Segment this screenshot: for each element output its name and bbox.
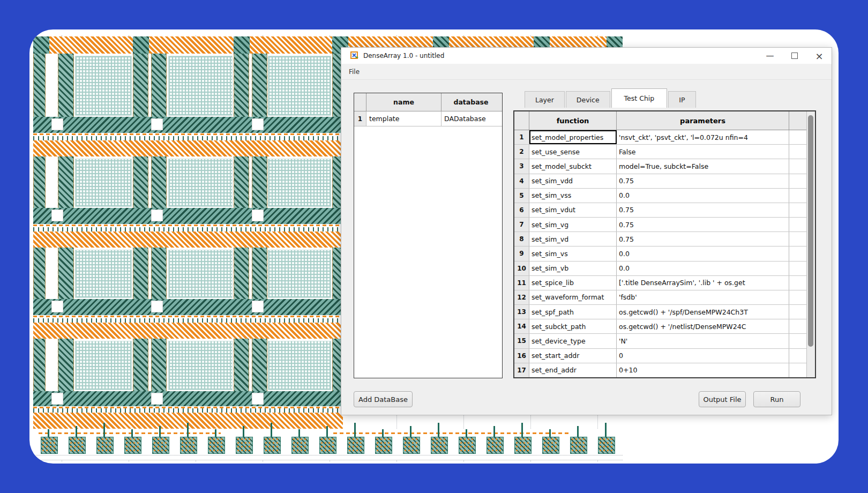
parameters-cell[interactable]: 'fsdb'	[617, 290, 789, 304]
function-table-row: 15 set_device_type 'N'	[514, 334, 806, 348]
function-cell[interactable]: set_sim_vd	[529, 232, 617, 246]
tab[interactable]: IP	[668, 91, 695, 108]
row-number-cell: 6	[514, 203, 529, 217]
function-table-row: 9 set_sim_vs 0.0	[514, 246, 806, 261]
parameters-cell[interactable]: 0.0	[617, 262, 789, 275]
row-number-cell: 12	[514, 290, 529, 304]
function-table-row: 2 set_use_sense False	[514, 145, 806, 159]
function-cell[interactable]: set_sim_vss	[529, 189, 617, 203]
function-cell[interactable]: set_spf_path	[529, 305, 617, 319]
function-cell[interactable]: set_sim_vdd	[529, 174, 617, 188]
name-cell[interactable]: template	[366, 111, 442, 126]
parameters-cell[interactable]: model=True, subckt=False	[617, 159, 789, 173]
function-table-row: 6 set_sim_vdut 0.75	[514, 203, 806, 218]
function-table-row: 7 set_sim_vg 0.75	[514, 218, 806, 232]
scrollbar-thumb[interactable]	[808, 115, 813, 347]
function-table-row: 16 set_start_addr 0	[514, 349, 806, 363]
function-table: function parameters 1 set_model_properti…	[513, 110, 816, 378]
header-corner-cell	[354, 93, 366, 111]
function-cell[interactable]: set_use_sense	[529, 145, 617, 159]
column-header-function: function	[529, 111, 617, 130]
vertical-scrollbar[interactable]	[806, 111, 815, 377]
function-cell[interactable]: set_subckt_path	[529, 319, 617, 333]
parameters-cell[interactable]: 0.75	[617, 232, 789, 246]
row-number-cell: 2	[514, 145, 529, 159]
database-table-header: name database	[354, 93, 502, 111]
add-database-button[interactable]: Add DataBase	[354, 391, 413, 407]
filler-cell	[789, 262, 806, 275]
run-button[interactable]: Run	[753, 391, 800, 407]
filler-cell	[789, 232, 806, 246]
function-table-row: 3 set_model_subckt model=True, subckt=Fa…	[514, 159, 806, 174]
filler-cell	[789, 130, 806, 144]
function-cell[interactable]: set_sim_vdut	[529, 203, 617, 217]
parameters-cell[interactable]: 'nsvt_ckt', 'psvt_ckt', 'l=0.072u nfin=4	[617, 130, 789, 144]
row-number-cell: 3	[514, 159, 529, 173]
column-header-database: database	[442, 93, 500, 111]
tab[interactable]: Layer	[525, 91, 565, 108]
function-cell[interactable]: set_waveform_format	[529, 290, 617, 304]
menu-bar: File	[341, 64, 832, 80]
function-table-header: function parameters	[514, 111, 806, 130]
parameters-cell[interactable]: 0.75	[617, 203, 789, 217]
function-cell[interactable]: set_sim_vb	[529, 262, 617, 275]
minimize-icon[interactable]: —	[758, 48, 782, 64]
filler-cell	[789, 290, 806, 304]
tab[interactable]: Device	[566, 91, 610, 108]
column-header-parameters: parameters	[617, 111, 789, 130]
row-number-cell: 14	[514, 319, 529, 333]
output-file-button[interactable]: Output File	[699, 391, 746, 407]
function-cell[interactable]: set_start_addr	[529, 349, 617, 363]
parameters-cell[interactable]: 0.0	[617, 246, 789, 260]
column-header-name: name	[366, 93, 442, 111]
parameters-cell[interactable]: 0+10	[617, 363, 789, 377]
parameters-cell[interactable]: 'N'	[617, 334, 789, 348]
row-number-cell: 8	[514, 232, 529, 246]
densearray-window: DenseArray 1.0 - untitled — × File name …	[341, 47, 832, 415]
function-cell[interactable]: set_sim_vg	[529, 218, 617, 231]
function-cell[interactable]: set_end_addr	[529, 363, 617, 377]
parameters-cell[interactable]: ['.title DenseArraySim', '.lib ' + os.ge…	[617, 276, 789, 290]
function-table-row: 11 set_spice_lib ['.title DenseArraySim'…	[514, 276, 806, 290]
screenshot-card: DenseArray 1.0 - untitled — × File name …	[29, 29, 839, 464]
row-number-cell: 16	[514, 349, 529, 363]
parameters-cell[interactable]: 0.0	[617, 189, 789, 203]
function-cell[interactable]: set_model_subckt	[529, 159, 617, 173]
function-table-row: 4 set_sim_vdd 0.75	[514, 174, 806, 189]
database-cell[interactable]: DADatabase	[442, 111, 500, 126]
menu-file[interactable]: File	[341, 64, 367, 79]
window-title: DenseArray 1.0 - untitled	[363, 52, 444, 59]
header-filler-cell	[789, 111, 806, 130]
maximize-icon[interactable]	[782, 48, 807, 64]
row-number-cell: 11	[514, 276, 529, 290]
row-number-cell: 4	[514, 174, 529, 188]
filler-cell	[789, 334, 806, 348]
function-table-row: 5 set_sim_vss 0.0	[514, 189, 806, 203]
parameters-cell[interactable]: 0.75	[617, 174, 789, 188]
filler-cell	[789, 203, 806, 217]
row-number-cell: 7	[514, 218, 529, 231]
header-corner-cell	[514, 111, 529, 130]
function-cell[interactable]: set_device_type	[529, 334, 617, 348]
close-icon[interactable]: ×	[807, 48, 832, 64]
function-cell[interactable]: set_sim_vs	[529, 246, 617, 260]
filler-cell	[789, 246, 806, 260]
tab[interactable]: Test Chip	[611, 88, 668, 108]
function-cell[interactable]: set_spice_lib	[529, 276, 617, 290]
parameters-cell[interactable]: False	[617, 145, 789, 159]
parameters-cell[interactable]: 0.75	[617, 218, 789, 231]
row-number-cell: 15	[514, 334, 529, 348]
function-cell[interactable]: set_model_properties	[529, 130, 617, 144]
filler-cell	[789, 218, 806, 231]
parameters-cell[interactable]: os.getcwd() + '/spf/DenseMPW24Ch3T	[617, 305, 789, 319]
filler-cell	[789, 189, 806, 203]
filler-cell	[789, 363, 806, 377]
row-number-cell: 10	[514, 262, 529, 275]
function-table-row: 14 set_subckt_path os.getcwd() + '/netli…	[514, 319, 806, 334]
function-table-row: 10 set_sim_vb 0.0	[514, 262, 806, 276]
filler-cell	[789, 305, 806, 319]
database-table-row: 1 template DADatabase	[354, 111, 502, 126]
parameters-cell[interactable]: os.getcwd() + '/netlist/DenseMPW24C	[617, 319, 789, 333]
function-table-row: 13 set_spf_path os.getcwd() + '/spf/Dens…	[514, 305, 806, 319]
parameters-cell[interactable]: 0	[617, 349, 789, 363]
